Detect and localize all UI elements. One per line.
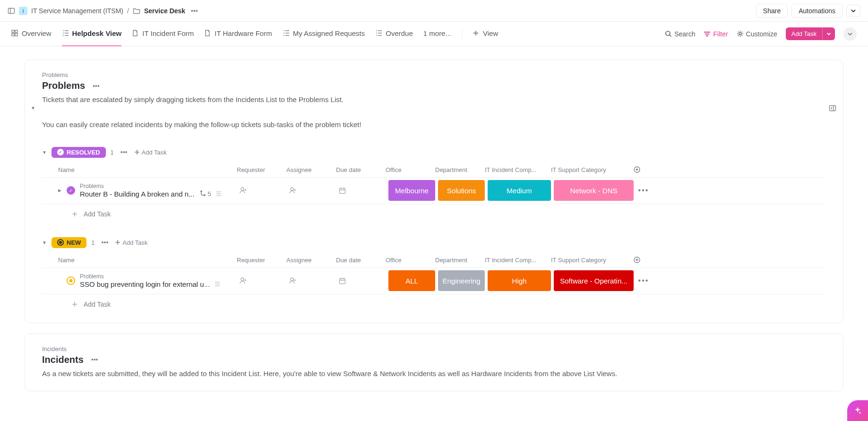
group-add-task[interactable]: Add Task (115, 239, 147, 246)
col-requester[interactable]: Requester (237, 166, 286, 173)
cell-dept[interactable]: Solutions (438, 180, 488, 201)
person-add-icon (289, 187, 339, 194)
table-row[interactable]: ▶ ✓ Problems Router B - Building A broke… (42, 177, 826, 204)
incidents-card: Incidents Incidents ••• As a new tickets… (25, 334, 843, 392)
svg-point-7 (739, 33, 741, 35)
status-pill-new[interactable]: NEW (52, 237, 86, 248)
group-header: ▼ NEW 1 ••• Add Task (42, 237, 826, 248)
status-label: NEW (67, 239, 81, 246)
table-row[interactable]: Problems SSO bug preventing login for ex… (42, 267, 826, 294)
col-add-column[interactable] (634, 257, 648, 264)
col-name[interactable]: Name (58, 257, 237, 264)
subtask-count[interactable]: 5 (199, 190, 211, 198)
col-office[interactable]: Office (386, 257, 435, 264)
cell-category[interactable]: Network - DNS (554, 180, 636, 201)
cell-due[interactable] (339, 277, 388, 284)
col-complexity[interactable]: IT Incident Comp... (485, 166, 551, 173)
cell-assignee[interactable] (289, 277, 339, 284)
expand-button[interactable] (843, 27, 857, 41)
card-title: Problems (42, 80, 85, 91)
col-dept[interactable]: Department (435, 166, 485, 173)
cell-requester[interactable] (240, 277, 289, 284)
svg-rect-8 (830, 106, 836, 111)
search-button[interactable]: Search (665, 30, 695, 38)
col-category[interactable]: IT Support Category (551, 166, 634, 173)
toolbar-label: Search (674, 30, 695, 38)
card-collapse-caret[interactable]: ▼ (31, 105, 35, 111)
col-name[interactable]: Name (58, 166, 237, 173)
check-icon: ✓ (57, 149, 64, 155)
col-complexity[interactable]: IT Incident Comp... (485, 257, 551, 264)
share-button[interactable]: Share (756, 4, 788, 18)
row-status-icon[interactable]: ✓ (67, 186, 75, 195)
row-expand-caret[interactable]: ▶ (58, 188, 63, 193)
workspace-name[interactable]: IT Service Management (ITSM) (31, 7, 123, 15)
status-pill-resolved[interactable]: ✓ RESOLVED (52, 147, 106, 158)
add-task-button[interactable]: Add Task (786, 27, 822, 40)
col-requester[interactable]: Requester (237, 257, 286, 264)
form-icon (204, 30, 212, 37)
cell-assignee[interactable] (289, 187, 339, 194)
col-due[interactable]: Due date (336, 257, 386, 264)
col-category[interactable]: IT Support Category (551, 257, 634, 264)
panel-toggle-icon[interactable] (8, 7, 15, 15)
tab-more[interactable]: 1 more... (423, 22, 451, 46)
content-area: ▼ Problems Problems ••• Tickets that are… (0, 46, 868, 421)
card-label: Problems (42, 71, 826, 78)
col-add-column[interactable] (634, 166, 648, 173)
group-collapse-caret[interactable]: ▼ (42, 150, 47, 155)
customize-button[interactable]: Customize (737, 30, 777, 38)
filter-button[interactable]: Filter (704, 30, 728, 38)
tab-add-view[interactable]: View (473, 22, 498, 46)
automations-button[interactable]: Automations (791, 4, 842, 18)
side-collapse-icon[interactable] (829, 104, 836, 112)
svg-point-17 (241, 278, 244, 281)
automations-dropdown[interactable] (846, 5, 860, 17)
plus-icon (70, 300, 79, 309)
row-actions[interactable]: ••• (636, 186, 651, 195)
col-due[interactable]: Due date (336, 166, 386, 173)
add-task-row[interactable]: Add Task (42, 204, 826, 221)
col-dept[interactable]: Department (435, 257, 485, 264)
cell-due[interactable] (339, 187, 388, 194)
cell-requester[interactable] (240, 187, 289, 194)
cell-complexity[interactable]: Medium (488, 180, 554, 201)
row-status-icon[interactable] (67, 276, 75, 285)
group-new: ▼ NEW 1 ••• Add Task Name Requester Assi… (42, 237, 826, 311)
dot-icon (57, 239, 64, 246)
drag-icon[interactable] (215, 282, 220, 286)
card-more-icon[interactable]: ••• (89, 356, 100, 363)
ai-fab-button[interactable] (847, 400, 868, 421)
group-more-icon[interactable]: ••• (119, 148, 129, 156)
cell-complexity[interactable]: High (488, 270, 554, 291)
tab-hardware-form[interactable]: IT Hardware Form (204, 22, 272, 46)
workspace-icon: i (19, 7, 27, 15)
group-collapse-caret[interactable]: ▼ (42, 240, 47, 245)
tab-label: Helpdesk View (72, 29, 122, 37)
row-title[interactable]: Router B - Building A broken and n... (80, 190, 195, 198)
group-add-task[interactable]: Add Task (134, 149, 167, 156)
tab-assigned[interactable]: My Assigned Requests (283, 22, 365, 46)
cell-category[interactable]: Software - Operatin... (554, 270, 636, 291)
col-assignee[interactable]: Assignee (286, 166, 336, 173)
cell-dept[interactable]: Engineering (438, 270, 488, 291)
tab-overview[interactable]: Overview (11, 22, 52, 46)
tab-incident-form[interactable]: IT Incident Form (132, 22, 194, 46)
tab-helpdesk[interactable]: Helpdesk View (62, 22, 122, 46)
row-title[interactable]: SSO bug preventing login for external u.… (80, 280, 210, 288)
col-office[interactable]: Office (386, 166, 435, 173)
filter-icon (704, 31, 711, 37)
row-actions[interactable]: ••• (636, 276, 651, 285)
current-folder[interactable]: Service Desk (144, 7, 185, 15)
add-task-dropdown[interactable] (822, 27, 835, 40)
drag-icon[interactable] (216, 191, 222, 196)
cell-office[interactable]: ALL (388, 270, 438, 291)
col-assignee[interactable]: Assignee (286, 257, 336, 264)
svg-point-12 (204, 195, 205, 196)
cell-office[interactable]: Melbourne (388, 180, 438, 201)
tab-overdue[interactable]: Overdue (375, 22, 413, 46)
add-task-row[interactable]: Add Task (42, 294, 826, 311)
card-more-icon[interactable]: ••• (91, 82, 102, 90)
group-more-icon[interactable]: ••• (100, 239, 111, 246)
breadcrumb-more-icon[interactable]: ••• (189, 7, 200, 15)
